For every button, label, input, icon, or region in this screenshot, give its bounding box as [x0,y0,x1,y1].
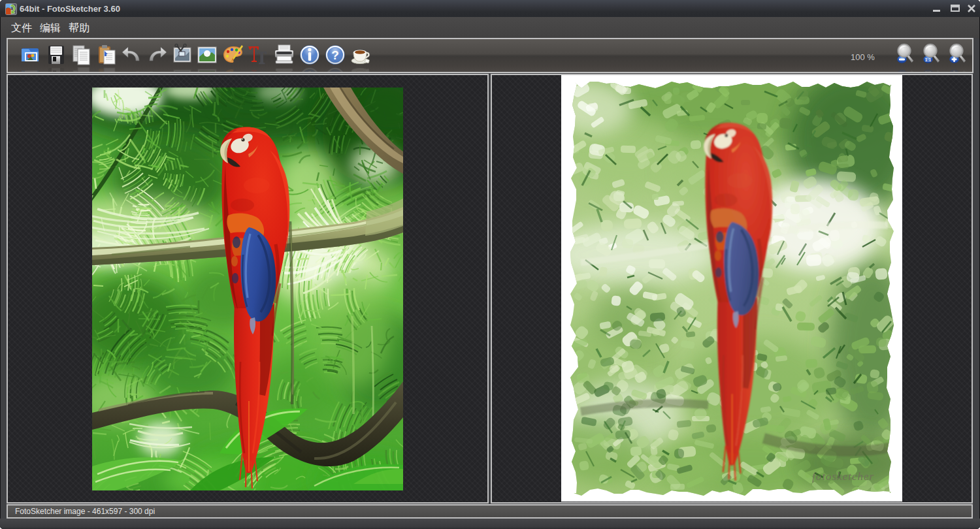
svg-text:fotosketcher: fotosketcher [812,470,874,483]
svg-text:1:1: 1:1 [925,71,932,72]
svg-text:?: ? [331,70,339,72]
svg-text:?: ? [331,48,339,62]
svg-text:1:1: 1:1 [925,57,932,62]
